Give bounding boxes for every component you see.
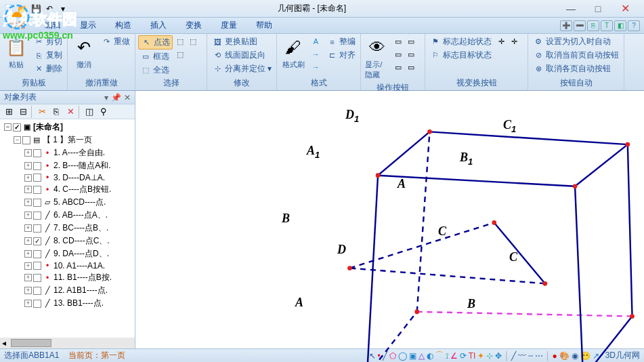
cancel-page-auto-button[interactable]: ⊘取消当前页自动按钮 bbox=[531, 49, 621, 62]
sidebar-close-icon[interactable]: ✕ bbox=[124, 93, 131, 102]
arrow-right-icon[interactable]: → bbox=[308, 61, 323, 73]
arrow-right-icon[interactable]: → bbox=[308, 48, 323, 60]
tree-node[interactable]: +•10. A1----A1A. bbox=[1, 260, 133, 271]
tree-expander-icon[interactable]: + bbox=[24, 250, 32, 258]
tree-expander-icon[interactable]: − bbox=[4, 123, 12, 131]
close-button[interactable]: ✕ bbox=[614, 2, 636, 16]
axis-icon[interactable]: ✛ bbox=[508, 35, 520, 47]
menu-帮助[interactable]: 帮助 bbox=[246, 18, 282, 33]
qat-undo-icon[interactable]: ↶ bbox=[43, 3, 56, 15]
minimize-button[interactable]: — bbox=[560, 2, 582, 16]
dotted-box-icon[interactable]: ⬚ bbox=[174, 48, 186, 60]
tree-checkbox[interactable] bbox=[33, 262, 41, 270]
tree-expander-icon[interactable]: − bbox=[14, 136, 21, 144]
split-locate-button[interactable]: ⊹分离并定位 ▾ bbox=[210, 62, 274, 75]
tree-node[interactable]: −▤【 1 】第一页 bbox=[1, 134, 133, 146]
tree-node[interactable]: +•11. B1----点B按. bbox=[1, 271, 133, 284]
dotted-box-icon[interactable]: ⬚ bbox=[187, 35, 199, 47]
tree-hscroll[interactable]: ◂ bbox=[0, 338, 135, 348]
tree-find-icon[interactable]: ⚲ bbox=[98, 106, 110, 118]
menu-插入[interactable]: 插入 bbox=[141, 18, 176, 33]
copy-button[interactable]: ⎘复制 bbox=[31, 49, 64, 62]
auto-enter-button[interactable]: ⚙设置为切入时自动 bbox=[531, 35, 621, 48]
btn-icon[interactable]: ▭ bbox=[392, 35, 404, 47]
delete-button[interactable]: ✕删除 bbox=[31, 62, 64, 75]
tree-checkbox[interactable] bbox=[33, 174, 41, 182]
tree-expander-icon[interactable]: + bbox=[24, 174, 32, 182]
tree-checkbox[interactable] bbox=[33, 162, 41, 170]
expand-icon[interactable]: ⊞ bbox=[3, 106, 15, 118]
tree-expander-icon[interactable]: + bbox=[24, 300, 32, 307]
btn-icon[interactable]: ▭ bbox=[392, 48, 404, 60]
menubar-help-icon[interactable]: ? bbox=[628, 20, 640, 31]
tree-delete-icon[interactable]: ✕ bbox=[64, 106, 77, 118]
tree-checkbox[interactable] bbox=[33, 300, 41, 308]
arrange-button[interactable]: ≡整编 bbox=[324, 35, 358, 48]
tree-checkbox[interactable] bbox=[33, 212, 41, 220]
font-a-icon[interactable]: A bbox=[308, 35, 323, 47]
qat-dropdown-icon[interactable]: ▾ bbox=[57, 3, 69, 15]
point-select-button[interactable]: ↖点选 bbox=[138, 35, 173, 49]
maximize-button[interactable]: □ bbox=[587, 2, 609, 16]
tree-node[interactable]: +•4. C----点B按钮. bbox=[1, 183, 133, 196]
tree-node[interactable]: −✓▣[未命名] bbox=[1, 121, 133, 134]
tree-node[interactable]: +╱9. DA----点D、. bbox=[1, 247, 133, 260]
cancel-all-auto-button[interactable]: ⊗取消各页自动按钮 bbox=[531, 62, 621, 75]
menu-显示[interactable]: 显示 bbox=[70, 18, 106, 33]
reverse-button[interactable]: ⟲线面圆反向 bbox=[210, 49, 274, 62]
tree-node[interactable]: +✓╱8. CD----点C、. bbox=[1, 235, 133, 247]
tree-checkbox[interactable] bbox=[33, 149, 41, 157]
qat-save-icon[interactable]: 💾 bbox=[30, 3, 42, 15]
tree-node[interactable]: +╱12. A1B1----点. bbox=[1, 284, 133, 297]
tree-node[interactable]: +╱7. BC----点B、. bbox=[1, 222, 133, 235]
paste-button[interactable]: 📋粘贴 bbox=[3, 35, 30, 71]
format-brush-button[interactable]: 🖌格式刷 bbox=[280, 35, 307, 71]
align-button[interactable]: ⊏对齐 bbox=[324, 49, 358, 62]
tree-expander-icon[interactable]: + bbox=[24, 199, 32, 206]
flag-start-button[interactable]: ⚑标志起始状态 bbox=[428, 35, 494, 48]
tree-copy-icon[interactable]: ⎘ bbox=[50, 106, 62, 118]
axis-icon[interactable]: ✛ bbox=[495, 35, 507, 47]
collapse-icon[interactable]: ⊟ bbox=[17, 106, 29, 118]
tree-checkbox[interactable] bbox=[33, 186, 41, 194]
tree-checkbox[interactable]: ✓ bbox=[33, 237, 41, 245]
tree-checkbox[interactable] bbox=[33, 287, 41, 295]
tree-expander-icon[interactable]: + bbox=[24, 262, 32, 270]
tree-node[interactable]: +•2. B----随点A和. bbox=[1, 159, 133, 172]
menu-构造[interactable]: 构造 bbox=[106, 18, 141, 33]
tree-expander-icon[interactable]: + bbox=[24, 212, 32, 219]
menu-度量[interactable]: 度量 bbox=[211, 18, 246, 33]
menubar-color-icon[interactable]: ◧ bbox=[614, 20, 626, 31]
tree-expander-icon[interactable]: + bbox=[24, 287, 32, 294]
tree-checkbox[interactable] bbox=[33, 199, 41, 207]
undo-button[interactable]: ↶撤消 bbox=[70, 35, 98, 71]
menubar-add-icon[interactable]: ➕ bbox=[560, 20, 572, 31]
btn-icon[interactable]: ▭ bbox=[405, 48, 417, 60]
sidebar-pin-icon[interactable]: 📌 bbox=[111, 93, 121, 102]
menu-编辑[interactable]: 编辑 bbox=[35, 18, 70, 33]
tree-expander-icon[interactable]: + bbox=[24, 162, 32, 169]
flag-target-button[interactable]: ⚐标志目标状态 bbox=[428, 49, 494, 62]
menu-变换[interactable]: 变换 bbox=[176, 18, 211, 33]
tree-cut-icon[interactable]: ✂ bbox=[36, 106, 48, 118]
tree-expander-icon[interactable]: + bbox=[24, 149, 32, 157]
box-select-button[interactable]: ▭框选 bbox=[138, 50, 173, 63]
tree-expander-icon[interactable]: + bbox=[24, 224, 32, 232]
menubar-font-icon[interactable]: T bbox=[601, 20, 613, 31]
tree-checkbox[interactable]: ✓ bbox=[13, 123, 21, 132]
swap-image-button[interactable]: 🖼更换贴图 bbox=[210, 35, 274, 48]
cut-button[interactable]: ✂剪切 bbox=[31, 35, 64, 48]
sidebar-dropdown-icon[interactable]: ▾ bbox=[104, 93, 108, 102]
menubar-copy-icon[interactable]: ⎘ bbox=[587, 20, 599, 31]
tree-checkbox[interactable] bbox=[22, 136, 30, 144]
object-tree[interactable]: −✓▣[未命名]−▤【 1 】第一页+•1. A----全自由.+•2. B--… bbox=[0, 119, 135, 338]
dotted-box-icon[interactable]: ⬚ bbox=[174, 35, 186, 47]
tree-node[interactable]: +▱5. ABCD----点. bbox=[1, 196, 133, 209]
tree-node[interactable]: +•3. D----DA⊥A. bbox=[1, 172, 133, 183]
btn-icon[interactable]: ▭ bbox=[405, 61, 417, 73]
show-hide-button[interactable]: 👁显示/隐藏 bbox=[364, 35, 391, 81]
tree-checkbox[interactable] bbox=[33, 224, 41, 233]
canvas[interactable]: A B C D B C A A1 B1 C1 D1 bbox=[135, 91, 644, 348]
tree-expander-icon[interactable]: + bbox=[24, 186, 32, 193]
tree-node[interactable]: +╱6. AB----点A、. bbox=[1, 209, 133, 222]
